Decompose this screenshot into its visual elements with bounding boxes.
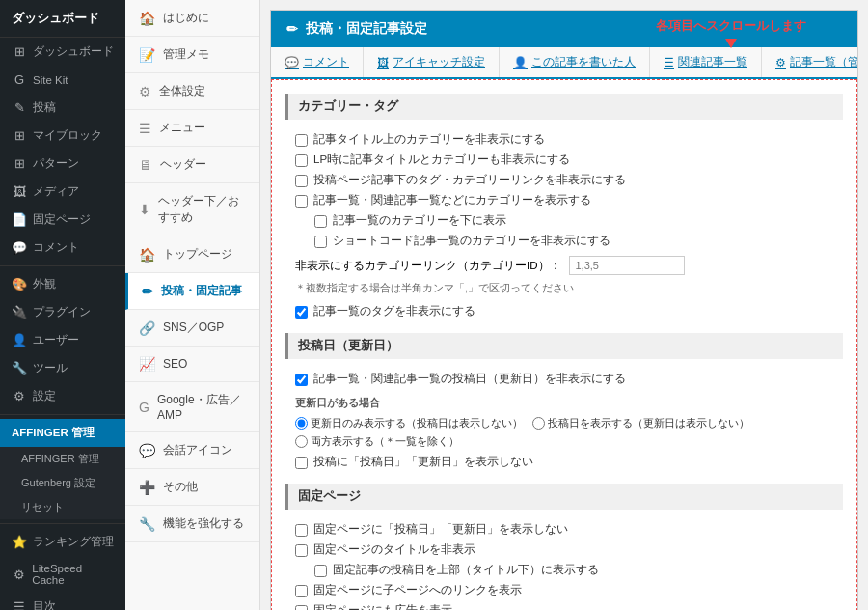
checkbox-fixed-hide-date: 固定ページに「投稿日」「更新日」を表示しない xyxy=(285,519,843,540)
sidebar-item-myblock[interactable]: ⊞ マイブロック xyxy=(0,122,125,150)
sidebar-item-toc[interactable]: ☰ 目次 xyxy=(0,593,125,610)
settings-panel: ✏ 投稿・固定記事設定 💬 コメント 🖼 アイキャッチ設定 👤 この記事を書いた… xyxy=(270,10,858,610)
checkbox-fixed-show-date-top-input[interactable] xyxy=(314,565,327,577)
checkbox-hide-tags-list-input[interactable] xyxy=(295,306,308,319)
nav-item-zentai[interactable]: ⚙ 全体設定 xyxy=(125,73,259,110)
post-fixed-icon: ✏ xyxy=(142,284,153,299)
nav-item-hajimeni[interactable]: 🏠 はじめに xyxy=(125,0,259,37)
plugins-icon: 🔌 xyxy=(12,305,27,319)
sidebar-item-users[interactable]: 👤 ユーザー xyxy=(0,326,125,354)
myblock-icon: ⊞ xyxy=(12,128,27,143)
checkbox-hide-category-title-input[interactable] xyxy=(295,134,308,147)
checkbox-fixed-child-links-input[interactable] xyxy=(295,585,308,597)
checkbox-fixed-hide-title-input[interactable] xyxy=(295,544,308,557)
affinger-sub-gutenberg[interactable]: Gutenberg 設定 xyxy=(0,471,125,495)
sidebar-item-pages[interactable]: 📄 固定ページ xyxy=(0,206,125,234)
nav-item-sns[interactable]: 🔗 SNS／OGP xyxy=(125,310,259,347)
nav-item-top-page[interactable]: 🏠 トップページ xyxy=(125,236,259,273)
hajimeni-icon: 🏠 xyxy=(139,11,155,26)
nav-item-seo[interactable]: 📈 SEO xyxy=(125,347,259,382)
nav-item-post-fixed[interactable]: ✏ 投稿・固定記事 xyxy=(125,273,259,310)
checkbox-shortcode-hide-category: ショートコード記事一覧のカテゴリーを非表示にする xyxy=(285,231,843,251)
other-icon: ➕ xyxy=(139,480,155,495)
category-id-input-row: 非表示にするカテゴリーリンク（カテゴリーID）： xyxy=(285,251,843,280)
nav-item-conversation-icon[interactable]: 💬 会話アイコン xyxy=(125,432,259,469)
nav-item-other[interactable]: ➕ その他 xyxy=(125,469,259,506)
nav-item-google-ads[interactable]: G Google・広告／AMP xyxy=(125,382,259,432)
fixed-page-section-title: 固定ページ xyxy=(285,484,843,510)
sidebar-item-media[interactable]: 🖼 メディア xyxy=(0,178,125,206)
checkbox-hide-date-list-input[interactable] xyxy=(295,374,308,386)
seo-icon: 📈 xyxy=(139,356,155,372)
checkbox-lp-hide-category: LP時に記事タイトルとカテゴリーも非表示にする xyxy=(285,150,843,170)
checkbox-fixed-hide-date-input[interactable] xyxy=(295,524,308,537)
checkbox-hide-post-date: 投稿に「投稿日」「更新日」を表示しない xyxy=(285,452,843,472)
sidebar-item-plugins[interactable]: 🔌 プラグイン xyxy=(0,298,125,326)
tab-eyecatch[interactable]: 🖼 アイキャッチ設定 xyxy=(364,47,500,77)
checkbox-show-category-list-input[interactable] xyxy=(295,195,308,208)
arrow-down-icon xyxy=(725,39,737,48)
tab-article-list[interactable]: ⚙ 記事一覧（管理面） xyxy=(762,47,857,77)
litespeed-icon: ⚙ xyxy=(12,568,26,582)
radio-post-date[interactable]: 投稿日を表示する（更新日は表示しない） xyxy=(532,416,749,430)
settings-body: カテゴリー・タグ 記事タイトル上のカテゴリーを非表示にする LP時に記事タイトル… xyxy=(271,79,857,610)
appearance-icon: 🎨 xyxy=(12,277,27,291)
nav-item-enhance[interactable]: 🔧 機能を強化する xyxy=(125,506,259,542)
nav-item-header-bottom[interactable]: ⬇ ヘッダー下／おすすめ xyxy=(125,183,259,236)
category-id-input[interactable] xyxy=(569,256,685,275)
tab-comment-icon: 💬 xyxy=(285,56,299,69)
checkbox-category-below-input[interactable] xyxy=(314,215,327,228)
tools-icon: 🔧 xyxy=(12,361,27,375)
checkbox-show-category-list: 記事一覧・関連記事一覧などにカテゴリーを表示する xyxy=(285,190,843,210)
sidebar-logo[interactable]: ダッシュボード xyxy=(0,0,125,38)
checkbox-hide-category-title: 記事タイトル上のカテゴリーを非表示にする xyxy=(285,129,843,150)
checkbox-fixed-show-ads-input[interactable] xyxy=(295,605,308,610)
tab-author[interactable]: 👤 この記事を書いた人 xyxy=(500,47,650,77)
tab-related[interactable]: ☰ 関連記事一覧 xyxy=(650,47,762,77)
radio-post-date-input[interactable] xyxy=(532,417,545,430)
radio-update-only[interactable]: 更新日のみ表示する（投稿日は表示しない） xyxy=(295,416,523,430)
sidebar-item-ranking[interactable]: ⭐ ランキング管理 xyxy=(0,528,125,556)
secondary-nav: 🏠 はじめに 📝 管理メモ ⚙ 全体設定 ☰ メニュー 🖥 ヘッダー ⬇ ヘッダ… xyxy=(125,0,260,610)
radio-both-input[interactable] xyxy=(295,435,308,448)
annotation-top: 各項目へスクロールします xyxy=(656,17,806,48)
sidebar-item-patterns[interactable]: ⊞ パターン xyxy=(0,150,125,178)
sitekit-icon: G xyxy=(12,72,27,87)
sidebar: ダッシュボード ⊞ ダッシュボード G Site Kit ✎ 投稿 ⊞ マイブロ… xyxy=(0,0,125,610)
checkbox-shortcode-hide-category-input[interactable] xyxy=(314,236,327,248)
radio-update-only-input[interactable] xyxy=(295,417,308,430)
tab-eyecatch-icon: 🖼 xyxy=(377,56,389,69)
sidebar-item-sitekit[interactable]: G Site Kit xyxy=(0,66,125,94)
sidebar-item-appearance[interactable]: 🎨 外観 xyxy=(0,270,125,298)
checkbox-hide-post-date-input[interactable] xyxy=(295,457,308,469)
tab-comment[interactable]: 💬 コメント xyxy=(271,47,364,77)
affinger-header[interactable]: AFFINGER 管理 xyxy=(0,419,125,447)
affinger-sub-reset[interactable]: リセット xyxy=(0,495,125,519)
nav-item-menu[interactable]: ☰ メニュー xyxy=(125,110,259,147)
sns-icon: 🔗 xyxy=(139,320,155,336)
sidebar-item-posts[interactable]: ✎ 投稿 xyxy=(0,94,125,122)
checkbox-hide-date-list: 記事一覧・関連記事一覧の投稿日（更新日）を非表示にする xyxy=(285,369,843,389)
sub-section-update-date: 更新日がある場合 xyxy=(285,393,843,413)
checkbox-fixed-child-links: 固定ページに子ページへのリンクを表示 xyxy=(285,580,843,600)
tab-related-icon: ☰ xyxy=(664,56,674,69)
conversation-icon: 💬 xyxy=(139,443,155,458)
sidebar-item-settings[interactable]: ⚙ 設定 xyxy=(0,382,125,410)
sidebar-item-dashboard[interactable]: ⊞ ダッシュボード xyxy=(0,38,125,66)
sidebar-item-tools[interactable]: 🔧 ツール xyxy=(0,354,125,382)
page-container: 各項目へスクロールします 各設定項目→ ✏ 投稿・固定記事設定 💬 コメン xyxy=(270,10,858,610)
nav-item-header[interactable]: 🖥 ヘッダー xyxy=(125,147,259,183)
page-title: 投稿・固定記事設定 xyxy=(306,20,427,38)
sidebar-item-comments[interactable]: 💬 コメント xyxy=(0,234,125,262)
divider1 xyxy=(0,265,125,266)
annotation-arrow xyxy=(656,35,806,48)
nav-item-kanri-memo[interactable]: 📝 管理メモ xyxy=(125,37,259,73)
sidebar-item-litespeed[interactable]: ⚙ LiteSpeed Cache xyxy=(0,556,125,593)
checkbox-hide-tag-link-input[interactable] xyxy=(295,175,308,187)
radio-both[interactable]: 両方表示する（＊一覧を除く） xyxy=(295,434,459,449)
toc-icon: ☰ xyxy=(12,599,27,610)
checkbox-lp-hide-category-input[interactable] xyxy=(295,154,308,167)
pages-icon: 📄 xyxy=(12,212,27,227)
affinger-sub-main[interactable]: AFFINGER 管理 xyxy=(0,447,125,471)
settings-tabs: 💬 コメント 🖼 アイキャッチ設定 👤 この記事を書いた人 ☰ 関連記事一覧 ⚙ xyxy=(271,47,857,79)
